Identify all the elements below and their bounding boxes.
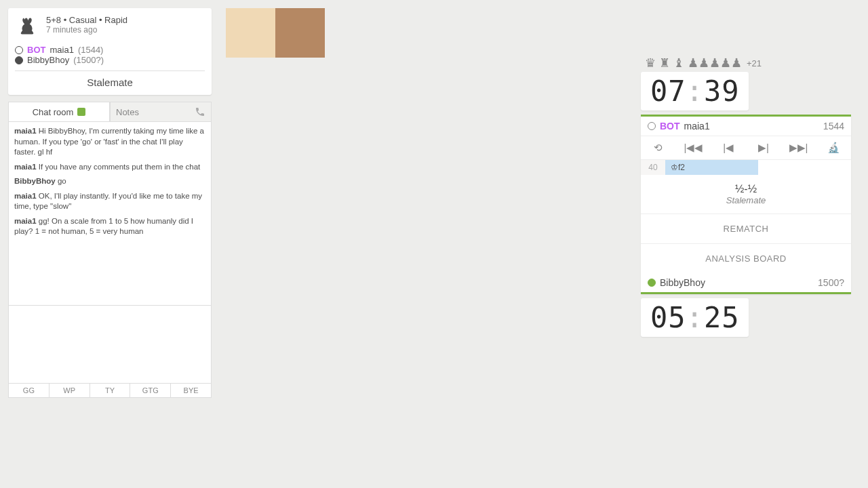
chat-message: BibbyBhoy go: [14, 176, 205, 187]
game-result: ½-½ Stalemate: [641, 175, 851, 214]
clock-top: 07:39: [641, 72, 749, 110]
player-top-mini[interactable]: BOT maia1 (1544): [15, 45, 205, 55]
player-row-top[interactable]: BOT maia1 1544: [641, 117, 851, 136]
material-imbalance: ♛ ♜ ♝ ♟♟♟♟♟ +21: [641, 54, 851, 72]
game-time-ago: 7 minutes ago: [46, 25, 205, 35]
current-move[interactable]: ♔f2: [665, 160, 758, 175]
quick-reply-gg[interactable]: GG: [9, 384, 50, 397]
analysis-board-button[interactable]: ANALYSIS BOARD: [641, 243, 851, 273]
player-bottom-mini[interactable]: BibbyBhoy (1500?): [15, 55, 205, 65]
move-controls: ⟲ |◀◀ |◀ ▶| ▶▶| 🔬: [641, 136, 851, 160]
last-move-icon[interactable]: ▶▶|: [781, 136, 816, 159]
quick-reply-gtg[interactable]: GTG: [130, 384, 171, 397]
next-move-icon[interactable]: ▶|: [746, 136, 781, 159]
chat-message: maia1 If you have any comments put them …: [14, 162, 205, 173]
quick-reply-wp[interactable]: WP: [50, 384, 90, 397]
online-circle-icon: [648, 279, 656, 287]
game-status: Stalemate: [15, 70, 205, 88]
presence-indicator: [77, 108, 85, 116]
chess-board[interactable]: [226, 8, 622, 404]
game-title: 5+8 • Casual • Rapid: [46, 15, 205, 25]
quick-reply-bye[interactable]: BYE: [171, 384, 211, 397]
chat-message: maia1 gg! On a scale from 1 to 5 how hum…: [14, 216, 205, 237]
game-info-card: 5+8 • Casual • Rapid 7 minutes ago BOT m…: [8, 8, 212, 95]
chat-input[interactable]: [8, 305, 212, 384]
chat-message: maia1 Hi BibbyBhoy, I'm currently taking…: [14, 126, 205, 158]
rabbit-icon: [15, 15, 39, 39]
chat-tabs: Chat room Notes: [8, 102, 212, 122]
prev-move-icon[interactable]: |◀: [711, 136, 746, 159]
quick-reply-ty[interactable]: TY: [90, 384, 131, 397]
white-circle-icon: [648, 122, 656, 130]
quick-replies: GGWPTYGTGBYE: [8, 384, 212, 398]
player-row-bottom[interactable]: BibbyBhoy 1500?: [641, 273, 851, 292]
tab-chat-room[interactable]: Chat room: [8, 102, 110, 122]
chat-message: maia1 OK, I'll play instantly. If you'd …: [14, 191, 205, 212]
chat-body: maia1 Hi BibbyBhoy, I'm currently taking…: [8, 122, 212, 305]
first-move-icon[interactable]: |◀◀: [676, 136, 711, 159]
white-circle-icon: [15, 46, 23, 54]
square-g1[interactable]: [275, 8, 325, 58]
rematch-button[interactable]: REMATCH: [641, 214, 851, 243]
tab-notes[interactable]: Notes: [110, 102, 212, 122]
clock-bottom: 05:25: [641, 298, 749, 337]
black-circle-icon: [15, 56, 23, 64]
flip-board-icon[interactable]: ⟲: [641, 136, 676, 159]
square-h1[interactable]: [226, 8, 275, 58]
analysis-icon[interactable]: 🔬: [816, 136, 851, 159]
move-list: 40 ♔f2: [641, 160, 851, 175]
phone-icon: [195, 106, 205, 117]
